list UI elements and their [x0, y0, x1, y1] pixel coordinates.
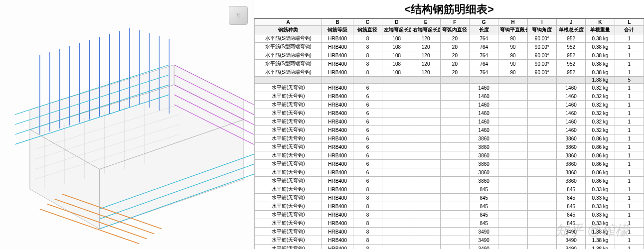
column-letter[interactable]: E	[411, 19, 440, 26]
cell	[382, 77, 411, 84]
cell: 6	[353, 109, 382, 118]
table-row[interactable]: 水平筋(无弯钩)HRB40088458450.33 kg1	[255, 211, 644, 219]
column-letter[interactable]: A	[255, 19, 322, 26]
table-row[interactable]: 水平筋(无弯钩)HRB40088458450.33 kg1	[255, 194, 644, 202]
cell: 90	[498, 68, 527, 77]
column-letter[interactable]: D	[382, 19, 411, 26]
cell: 0.32 kg	[586, 126, 615, 134]
cell: 3860	[557, 177, 586, 185]
table-row[interactable]: 水平筋(无弯钩)HRB4006146014600.32 kg1	[255, 101, 644, 109]
cell: 1	[615, 60, 644, 68]
table-row[interactable]: 水平筋(无弯钩)HRB40088458450.33 kg1	[255, 219, 644, 228]
column-letter[interactable]: J	[557, 19, 586, 26]
cell: 764	[470, 68, 498, 77]
cell	[527, 109, 556, 118]
3d-viewport[interactable]: 前	[0, 0, 254, 249]
table-row[interactable]: 水平筋(无弯钩)HRB4006386038600.86 kg1	[255, 160, 644, 168]
table-row[interactable]: 水平筋(无弯钩)HRB4006146014600.32 kg1	[255, 118, 644, 126]
column-header[interactable]: 单根总长度	[557, 26, 586, 34]
cell: 120	[411, 68, 440, 77]
cell: 108	[382, 51, 411, 60]
cell: 1	[615, 194, 644, 202]
cell: 90.00°	[527, 68, 556, 77]
table-row[interactable]: 水平筋(无弯钩)HRB4008349034901.38 kg1	[255, 236, 644, 245]
table-row[interactable]: 水平筋(无弯钩)HRB4006146014600.32 kg1	[255, 92, 644, 101]
cell: 1460	[557, 118, 586, 126]
cell	[411, 219, 440, 228]
column-letter[interactable]: F	[440, 19, 469, 26]
cell: 3860	[470, 168, 498, 177]
table-row[interactable]: 水平筋(无弯钩)HRB4006386038600.86 kg1	[255, 143, 644, 151]
cell	[322, 77, 353, 84]
cell: 3860	[557, 143, 586, 151]
cell	[411, 151, 440, 160]
column-header[interactable]: 钢筋等级	[322, 26, 353, 34]
cell: 120	[411, 34, 440, 43]
cell	[527, 177, 556, 185]
cell: 0.33 kg	[586, 185, 615, 194]
column-header[interactable]: 弯钩平直段长度	[498, 26, 527, 34]
column-header[interactable]: 右端弯起长度	[411, 26, 440, 34]
column-letter[interactable]: H	[498, 19, 527, 26]
cell	[382, 160, 411, 168]
table-row[interactable]: 水平筋(S型两端弯钩)HRB4008108120207649090.00°952…	[255, 68, 644, 77]
table-row[interactable]: 水平筋(无弯钩)HRB4006386038600.86 kg1	[255, 151, 644, 160]
cell	[498, 168, 527, 177]
column-header[interactable]: 弯弧内直径	[440, 26, 469, 34]
column-header[interactable]: 单根重量	[586, 26, 615, 34]
table-row[interactable]: 水平筋(无弯钩)HRB4008349034901.38 kg1	[255, 228, 644, 236]
rebar-model[interactable]	[0, 0, 254, 249]
table-row[interactable]: 水平筋(无弯钩)HRB4006146014600.32 kg1	[255, 126, 644, 134]
cell: 3860	[557, 134, 586, 143]
table-row[interactable]: 水平筋(S型两端弯钩)HRB4008108120207649090.00°952…	[255, 43, 644, 51]
table-row[interactable]: 水平筋(S型两端弯钩)HRB4008108120207649090.00°952…	[255, 60, 644, 68]
column-letter[interactable]: B	[322, 19, 353, 26]
cell	[411, 118, 440, 126]
cell	[382, 211, 411, 219]
cell: 水平筋(S型两端弯钩)	[255, 43, 322, 51]
cell: 0.32 kg	[586, 92, 615, 101]
table-row[interactable]: 水平筋(无弯钩)HRB4008349034901.38 kg1	[255, 245, 644, 249]
cell	[382, 126, 411, 134]
table-row[interactable]: 水平筋(无弯钩)HRB4006146014600.32 kg1	[255, 84, 644, 92]
column-letter[interactable]: C	[353, 19, 382, 26]
cell: HRB400	[322, 228, 353, 236]
cell: 1	[615, 160, 644, 168]
column-letter[interactable]: L	[615, 19, 644, 26]
cell: 0.86 kg	[586, 143, 615, 151]
column-letter[interactable]: G	[470, 19, 498, 26]
cell	[411, 101, 440, 109]
cell: 0.38 kg	[586, 68, 615, 77]
column-header[interactable]: 左端弯起长度	[382, 26, 411, 34]
table-row[interactable]: 水平筋(无弯钩)HRB4006386038600.86 kg1	[255, 134, 644, 143]
column-header[interactable]: 长度	[470, 26, 498, 34]
cell: 0.86 kg	[586, 177, 615, 185]
cell: 水平筋(无弯钩)	[255, 109, 322, 118]
cell	[440, 194, 469, 202]
table-row[interactable]: 水平筋(S型两端弯钩)HRB4008108120207649090.00°952…	[255, 34, 644, 43]
schedule-pane[interactable]: <结构钢筋明细表> ABCDEFGHIJKL 钢筋种类钢筋等级钢筋直径左端弯起长…	[254, 0, 644, 249]
cell: 90.00°	[527, 43, 556, 51]
column-letter[interactable]: K	[586, 19, 615, 26]
cell: 6	[353, 151, 382, 160]
table-row[interactable]: 水平筋(无弯钩)HRB4006386038600.86 kg1	[255, 168, 644, 177]
table-row[interactable]: 水平筋(S型两端弯钩)HRB4008108120207649090.00°952…	[255, 51, 644, 60]
table-row[interactable]: 水平筋(无弯钩)HRB4006146014600.32 kg1	[255, 109, 644, 118]
cell: 952	[557, 34, 586, 43]
cell: 1	[615, 202, 644, 211]
table-row[interactable]: 水平筋(无弯钩)HRB40088458450.33 kg1	[255, 202, 644, 211]
column-letter[interactable]: I	[527, 19, 556, 26]
column-header[interactable]: 钢筋直径	[353, 26, 382, 34]
view-cube[interactable]: 前	[229, 6, 248, 25]
cell	[498, 118, 527, 126]
column-header[interactable]: 钢筋种类	[255, 26, 322, 34]
column-header[interactable]: 弯钩角度	[527, 26, 556, 34]
cell	[382, 118, 411, 126]
table-row[interactable]: 水平筋(无弯钩)HRB40088458450.33 kg1	[255, 185, 644, 194]
table-row[interactable]: 1.88 kg5	[255, 77, 644, 84]
cell: 6	[353, 101, 382, 109]
cell: 1460	[557, 109, 586, 118]
column-header[interactable]: 合计	[615, 26, 644, 34]
table-row[interactable]: 水平筋(无弯钩)HRB4006386038600.86 kg1	[255, 177, 644, 185]
cell	[411, 236, 440, 245]
